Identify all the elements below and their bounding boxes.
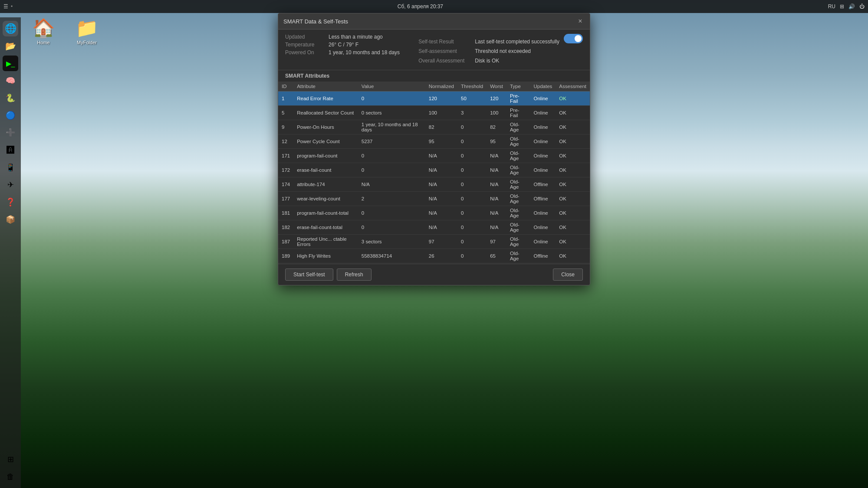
- cell-normalized: N/A: [425, 206, 457, 220]
- cell-attribute: High Fly Writes: [293, 249, 358, 263]
- temperature-row: Temperature 26° C / 79° F: [285, 42, 400, 48]
- close-button[interactable]: Close: [553, 269, 583, 281]
- cell-normalized: N/A: [425, 192, 457, 206]
- cell-value: 0: [358, 149, 425, 163]
- cell-type: Old-Age: [506, 134, 530, 149]
- table-row[interactable]: 9Power-On Hours1 year, 10 months and 18 …: [278, 120, 590, 134]
- cell-type: Old-Age: [506, 177, 530, 192]
- table-row[interactable]: 174attribute-174N/AN/A0N/AOld-AgeOffline…: [278, 177, 590, 192]
- table-row[interactable]: 189High Fly Writes5583883471426065Old-Ag…: [278, 249, 590, 263]
- cell-updates: Online: [530, 149, 556, 163]
- cell-threshold: 0: [457, 120, 487, 134]
- cell-type: Old-Age: [506, 220, 530, 235]
- cell-value: 0: [358, 163, 425, 177]
- cell-id: 12: [278, 134, 293, 149]
- cell-type: Old-Age: [506, 120, 530, 134]
- cell-worst: 120: [487, 92, 506, 106]
- self-test-result-label: Self-test Result: [418, 39, 475, 45]
- cell-type: Old-Age: [506, 163, 530, 177]
- cell-value: 55838834714: [358, 249, 425, 263]
- cell-threshold: 0: [457, 192, 487, 206]
- col-threshold: Threshold: [457, 82, 487, 92]
- cell-attribute: Reallocated Sector Count: [293, 106, 358, 120]
- cell-worst: 95: [487, 134, 506, 149]
- self-assessment-value: Threshold not exceeded: [475, 48, 531, 54]
- cell-worst: 65: [487, 249, 506, 263]
- cell-assessment: OK: [556, 206, 590, 220]
- cell-normalized: 95: [425, 134, 457, 149]
- cell-worst: N/A: [487, 177, 506, 192]
- smart-table-container[interactable]: ID Attribute Value Normalized Threshold …: [278, 82, 590, 264]
- updated-value: Less than a minute ago: [329, 34, 383, 40]
- cell-assessment: OK: [556, 249, 590, 263]
- cell-value: 0 sectors: [358, 106, 425, 120]
- col-worst: Worst: [487, 82, 506, 92]
- self-assessment-row: Self-assessment Threshold not exceeded: [418, 48, 583, 54]
- temperature-label: Temperature: [285, 42, 329, 48]
- toggle-switch[interactable]: [564, 34, 583, 43]
- cell-id: 177: [278, 192, 293, 206]
- overall-assessment-label: Overall Assessment: [418, 58, 475, 64]
- col-updates: Updates: [530, 82, 556, 92]
- table-row[interactable]: 181program-fail-count-total0N/A0N/AOld-A…: [278, 206, 590, 220]
- cell-worst: 82: [487, 120, 506, 134]
- cell-threshold: 0: [457, 163, 487, 177]
- powered-on-label: Powered On: [285, 49, 329, 56]
- refresh-button[interactable]: Refresh: [337, 269, 372, 281]
- table-row[interactable]: 12Power Cycle Count523795095Old-AgeOnlin…: [278, 134, 590, 149]
- cell-updates: Online: [530, 92, 556, 106]
- cell-attribute: Read Error Rate: [293, 92, 358, 106]
- cell-assessment: OK: [556, 220, 590, 235]
- cell-attribute: program-fail-count: [293, 149, 358, 163]
- table-row[interactable]: 171program-fail-count0N/A0N/AOld-AgeOnli…: [278, 149, 590, 163]
- table-row[interactable]: 187Reported Unc... ctable Errors3 sector…: [278, 235, 590, 249]
- cell-value: 2: [358, 192, 425, 206]
- cell-type: Old-Age: [506, 249, 530, 263]
- cell-assessment: OK: [556, 192, 590, 206]
- cell-value: 0: [358, 220, 425, 235]
- col-normalized: Normalized: [425, 82, 457, 92]
- cell-type: Pre-Fail: [506, 106, 530, 120]
- cell-attribute: program-fail-count-total: [293, 206, 358, 220]
- col-type: Type: [506, 82, 530, 92]
- cell-normalized: 100: [425, 106, 457, 120]
- overall-assessment-value: Disk is OK: [475, 58, 499, 64]
- dialog-title: SMART Data & Self-Tests: [283, 18, 348, 25]
- smart-attributes-header: SMART Attributes: [278, 70, 590, 82]
- cell-id: 1: [278, 92, 293, 106]
- cell-attribute: Power Cycle Count: [293, 134, 358, 149]
- cell-type: Pre-Fail: [506, 92, 530, 106]
- cell-assessment: OK: [556, 163, 590, 177]
- cell-value: 1 year, 10 months and 18 days: [358, 120, 425, 134]
- table-row[interactable]: 5Reallocated Sector Count0 sectors100310…: [278, 106, 590, 120]
- cell-id: 181: [278, 206, 293, 220]
- cell-attribute: erase-fail-count-total: [293, 220, 358, 235]
- table-row[interactable]: 172erase-fail-count0N/A0N/AOld-AgeOnline…: [278, 163, 590, 177]
- cell-updates: Offline: [530, 192, 556, 206]
- cell-threshold: 0: [457, 220, 487, 235]
- cell-threshold: 3: [457, 106, 487, 120]
- overall-assessment-row: Overall Assessment Disk is OK: [418, 58, 583, 64]
- temperature-value: 26° C / 79° F: [329, 42, 358, 48]
- cell-attribute: Power-On Hours: [293, 120, 358, 134]
- col-value: Value: [358, 82, 425, 92]
- table-row[interactable]: 177wear-leveling-count2N/A0N/AOld-AgeOff…: [278, 192, 590, 206]
- cell-type: Old-Age: [506, 149, 530, 163]
- cell-worst: N/A: [487, 149, 506, 163]
- cell-threshold: 0: [457, 206, 487, 220]
- cell-threshold: 0: [457, 235, 487, 249]
- cell-worst: N/A: [487, 220, 506, 235]
- cell-normalized: N/A: [425, 163, 457, 177]
- dialog-close-button[interactable]: ×: [576, 17, 585, 26]
- table-row[interactable]: 182erase-fail-count-total0N/A0N/AOld-Age…: [278, 220, 590, 235]
- cell-updates: Online: [530, 134, 556, 149]
- dialog-overlay: SMART Data & Self-Tests × Updated Less t…: [0, 0, 868, 488]
- start-self-test-button[interactable]: Start Self-test: [285, 269, 333, 281]
- cell-assessment: OK: [556, 106, 590, 120]
- cell-id: 189: [278, 249, 293, 263]
- cell-updates: Online: [530, 120, 556, 134]
- cell-attribute: wear-leveling-count: [293, 192, 358, 206]
- cell-id: 174: [278, 177, 293, 192]
- cell-normalized: 82: [425, 120, 457, 134]
- table-row[interactable]: 1Read Error Rate012050120Pre-FailOnlineO…: [278, 92, 590, 106]
